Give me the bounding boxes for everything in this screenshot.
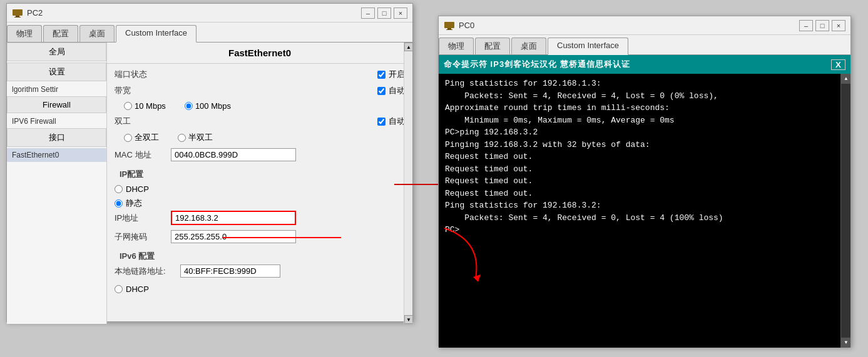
- svg-rect-7: [446, 29, 452, 30]
- pc2-tab-wuli[interactable]: 物理: [7, 25, 42, 42]
- cmd-line: Request timed out.: [445, 163, 844, 176]
- pc2-tab-peizhi[interactable]: 配置: [43, 25, 78, 42]
- form-area: 端口状态 开启 带宽 自动: [107, 64, 412, 320]
- svg-rect-0: [13, 9, 23, 16]
- cmd-line: Minimum = 0ms, Maximum = 0ms, Average = …: [445, 114, 844, 127]
- sidebar-btn-shezhi[interactable]: 设置: [7, 63, 106, 81]
- pc0-title-left: PC0: [444, 20, 474, 31]
- pc2-close-btn[interactable]: ×: [394, 8, 407, 19]
- pc2-minimize-btn[interactable]: –: [361, 8, 375, 19]
- sidebar-btn-jiekou[interactable]: 接口: [7, 128, 106, 147]
- cmd-line: Request timed out.: [445, 151, 844, 163]
- sidebar-btn-firewall[interactable]: Firewall: [7, 96, 106, 113]
- cmd-scroll-down[interactable]: ▼: [841, 338, 850, 348]
- pc2-body: 全局 设置 lgorithm Settir Firewall IPV6 Fire…: [7, 43, 412, 324]
- cmd-line: Ping statistics for 192.168.3.2:: [445, 199, 844, 212]
- mac-input[interactable]: [171, 148, 296, 161]
- pc0-window: PC0 – □ × 物理 配置 桌面 Custom Interface 命令提示…: [438, 16, 851, 347]
- scroll-down-btn[interactable]: ▼: [404, 315, 412, 324]
- duplex-full-radio[interactable]: [124, 134, 132, 142]
- ipv6-dhcp-option: DHCP: [115, 283, 405, 296]
- duplex-row: 双工 自动: [115, 116, 405, 127]
- sidebar-item-algorithm[interactable]: lgorithm Settir: [7, 83, 106, 96]
- pc2-title-bar: PC2 – □ ×: [7, 4, 412, 23]
- cmd-line: PC>: [445, 224, 844, 236]
- ipv6-dhcp-radio[interactable]: [115, 285, 123, 293]
- cmd-line: PC>ping 192.168.3.2: [445, 126, 844, 139]
- ipv6-dhcp-label: DHCP: [126, 284, 149, 294]
- dhcp-label: DHCP: [126, 184, 149, 194]
- bandwidth-options-row: 10 Mbps 100 Mbps: [115, 101, 405, 111]
- cmd-line: Approximate round trip times in milli-se…: [445, 102, 844, 114]
- cmd-close-btn[interactable]: X: [831, 59, 845, 70]
- duplex-label: 双工: [115, 116, 165, 127]
- sidebar-item-fastethernet[interactable]: FastEthernet0: [7, 148, 106, 162]
- cmd-line: Packets: Sent = 4, Received = 4, Lost = …: [445, 90, 844, 103]
- subnet-input[interactable]: [171, 230, 296, 243]
- bandwidth-auto-checkbox[interactable]: [377, 87, 385, 95]
- pc2-tab-bar: 物理 配置 桌面 Custom Interface: [7, 23, 412, 43]
- pc0-maximize-btn[interactable]: □: [815, 20, 829, 31]
- pc0-tab-bar: 物理 配置 桌面 Custom Interface: [439, 35, 850, 55]
- bandwidth-100-option: 100 Mbps: [185, 101, 231, 111]
- static-radio[interactable]: [115, 199, 123, 208]
- port-status-label: 端口状态: [115, 69, 165, 80]
- mac-row: MAC 地址: [115, 148, 405, 161]
- duplex-half-radio[interactable]: [178, 134, 186, 142]
- pc0-title-bar: PC0 – □ ×: [439, 16, 850, 35]
- static-option: 静态: [115, 196, 405, 211]
- bandwidth-10-radio[interactable]: [124, 102, 132, 110]
- pc0-tab-zhuomian[interactable]: 桌面: [511, 38, 546, 54]
- bandwidth-10-option: 10 Mbps: [124, 101, 166, 111]
- port-status-row: 端口状态 开启: [115, 69, 405, 80]
- ipv6-config-section: IPv6 配置: [115, 248, 405, 264]
- port-status-text: 开启: [389, 69, 405, 80]
- svg-rect-5: [444, 22, 454, 28]
- duplex-auto-text: 自动: [389, 116, 405, 127]
- pc2-sidebar: 全局 设置 lgorithm Settir Firewall IPV6 Fire…: [7, 43, 107, 324]
- sidebar-item-ipv6fw[interactable]: IPV6 Firewall: [7, 114, 106, 128]
- cmd-title-bar: 命令提示符 IP3剑客论坛汉化 慧桥通信思科认证 X: [439, 55, 850, 74]
- pc2-tab-zhuomian[interactable]: 桌面: [79, 25, 115, 42]
- scroll-up-btn[interactable]: ▲: [404, 43, 412, 51]
- pc2-maximize-btn[interactable]: □: [377, 8, 391, 19]
- pc0-close-btn[interactable]: ×: [832, 20, 845, 31]
- main-scrollbar[interactable]: ▲ ▼: [404, 43, 412, 324]
- port-status-checkbox[interactable]: [377, 71, 385, 79]
- pc0-tab-wuli[interactable]: 物理: [439, 38, 474, 54]
- cmd-scrollbar[interactable]: ▲ ▼: [840, 74, 850, 348]
- local-addr-input[interactable]: [180, 264, 280, 278]
- pc0-icon: [444, 20, 455, 31]
- cmd-content[interactable]: Ping statistics for 192.168.1.3: Packets…: [439, 74, 850, 348]
- svg-rect-6: [447, 28, 451, 29]
- cmd-scroll-up[interactable]: ▲: [841, 74, 850, 84]
- bandwidth-100-radio[interactable]: [185, 102, 193, 110]
- subnet-label: 子网掩码: [115, 231, 165, 243]
- pc0-title-text: PC0: [459, 21, 474, 30]
- cmd-line: Pinging 192.168.3.2 with 32 bytes of dat…: [445, 139, 844, 151]
- pc0-controls: – □ ×: [799, 20, 845, 31]
- ip-config-section: IP配置: [115, 166, 405, 183]
- pc0-tab-custom[interactable]: Custom Interface: [548, 38, 628, 55]
- duplex-auto-checkbox[interactable]: [377, 118, 385, 126]
- pc0-tab-peizhi[interactable]: 配置: [475, 38, 510, 54]
- bandwidth-row: 带宽 自动: [115, 85, 405, 96]
- svg-rect-2: [14, 17, 21, 18]
- ip-input[interactable]: [171, 211, 296, 225]
- bandwidth-10-label: 10 Mbps: [135, 101, 166, 111]
- cmd-line: Packets: Sent = 4, Received = 0, Lost = …: [445, 212, 844, 224]
- duplex-full-label: 全双工: [135, 132, 159, 143]
- static-label: 静态: [126, 198, 142, 209]
- pc2-icon: [12, 8, 23, 19]
- bandwidth-auto-text: 自动: [389, 85, 405, 96]
- pc0-minimize-btn[interactable]: –: [799, 20, 813, 31]
- cmd-line: Request timed out.: [445, 175, 844, 188]
- pc2-tab-custom[interactable]: Custom Interface: [116, 25, 197, 43]
- duplex-half-label: 半双工: [188, 132, 213, 143]
- sidebar-btn-quanju[interactable]: 全局: [7, 43, 106, 61]
- dhcp-radio[interactable]: [115, 185, 123, 193]
- pc2-title-left: PC2: [12, 8, 43, 19]
- subnet-row: 子网掩码: [115, 230, 405, 243]
- local-addr-label: 本地链路地址:: [115, 266, 177, 277]
- ip-row: IP地址: [115, 211, 405, 225]
